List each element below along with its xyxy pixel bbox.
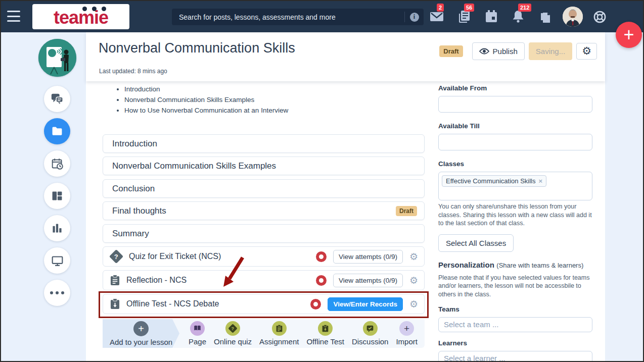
- offline-test-icon: [318, 321, 333, 336]
- draft-status-badge: Draft: [439, 45, 463, 57]
- page-title: Nonverbal Communication Skills: [99, 40, 295, 56]
- saving-indicator: Saving...: [529, 42, 572, 60]
- user-avatar[interactable]: [563, 7, 583, 27]
- plus-icon: +: [133, 321, 149, 336]
- messages-icon[interactable]: 2: [430, 10, 444, 24]
- section-card-conclusion[interactable]: Conclusion: [103, 179, 425, 198]
- toolbar-item-online-quiz[interactable]: ? Online quiz: [214, 321, 252, 346]
- view-attempts-button[interactable]: View attempts (0/9): [333, 250, 403, 264]
- teams-label: Teams: [438, 305, 592, 313]
- section-draft-badge: Draft: [396, 206, 417, 216]
- discussion-icon: [363, 321, 378, 336]
- view-attempts-button[interactable]: View attempts (0/9): [333, 274, 403, 287]
- available-from-input[interactable]: [438, 96, 592, 113]
- toolbar-item-discussion[interactable]: Discussion: [352, 321, 389, 346]
- toc-item[interactable]: Nonverbal Communication Skills Examples: [124, 96, 288, 104]
- add-to-lesson-toolbar: + Add to your lesson Page ? Online quiz: [103, 319, 425, 348]
- gear-icon[interactable]: ⚙: [409, 299, 418, 309]
- online-quiz-icon: ?: [225, 321, 240, 336]
- section-card-final-thoughts[interactable]: Final thoughts Draft: [103, 201, 425, 220]
- import-plus-icon: +: [399, 321, 414, 336]
- classes-label: Classes: [438, 160, 592, 168]
- assignment-icon: [272, 321, 287, 336]
- toc-item[interactable]: Introduction: [124, 85, 288, 93]
- section-card-introduction[interactable]: Introduction: [103, 134, 425, 153]
- toolbar-item-import[interactable]: + Import: [396, 321, 418, 346]
- assignment-icon: [110, 275, 120, 286]
- sidebar-item-gradebook[interactable]: [44, 215, 70, 241]
- app-window: teamie i 2 56 212: [0, 0, 644, 362]
- sidebar-item-screen[interactable]: [44, 247, 70, 274]
- sidebar-item-materials[interactable]: [44, 118, 70, 144]
- last-updated-text: Last updated: 8 mins ago: [99, 68, 167, 75]
- main-content: Introduction Nonverbal Communication Ski…: [86, 32, 605, 362]
- sidebar-item-dashboard[interactable]: [44, 183, 70, 209]
- lesson-header: Nonverbal Communication Skills Last upda…: [86, 32, 605, 81]
- select-all-classes-button[interactable]: Select All Classes: [438, 234, 514, 252]
- page-background-strip: [605, 32, 644, 362]
- personalization-note: Please note that if you have selected va…: [438, 274, 592, 299]
- global-search: i: [172, 9, 424, 25]
- search-input[interactable]: [172, 13, 404, 21]
- status-ring-icon: [316, 251, 327, 262]
- ellipsis-icon: [50, 291, 64, 294]
- gear-icon[interactable]: ⚙: [409, 252, 418, 262]
- messages-badge: 2: [437, 4, 444, 12]
- classes-note: You can only share/unshare this lesson f…: [438, 202, 592, 228]
- posts-icon[interactable]: 56: [457, 10, 471, 24]
- activity-row-reflection[interactable]: Reflection - NCS View attempts (0/9) ⚙: [103, 270, 425, 290]
- class-tag: Effective Communication Skills ×: [442, 175, 546, 187]
- notifications-bell-icon[interactable]: 212: [511, 10, 525, 24]
- available-till-label: Available Till: [438, 122, 592, 130]
- add-to-lesson-button[interactable]: + Add to your lesson: [103, 319, 179, 348]
- logo-dots: [82, 7, 106, 11]
- add-fab-button[interactable]: +: [616, 22, 642, 48]
- hamburger-menu-icon[interactable]: [7, 11, 20, 22]
- toc-item[interactable]: How to Use Nonverbal Communication at an…: [124, 107, 288, 114]
- notifications-badge: 212: [518, 4, 531, 12]
- help-lifering-icon[interactable]: [593, 10, 607, 24]
- toolbar-item-assignment[interactable]: Assignment: [259, 321, 299, 346]
- section-card-summary[interactable]: Summary: [103, 224, 425, 243]
- page-icon: [190, 321, 205, 336]
- activity-row-offline-test[interactable]: Offline Test - NCS Debate View/Enter Rec…: [103, 294, 425, 314]
- offline-test-icon: [110, 298, 120, 309]
- quiz-icon: ?: [109, 249, 123, 264]
- section-card-examples[interactable]: Nonverbal Communication Skills Examples: [103, 157, 425, 175]
- lesson-settings-panel: Available From Available Till Classes Ef…: [438, 84, 592, 362]
- search-info-icon[interactable]: i: [404, 12, 424, 22]
- lesson-toc-list: Introduction Nonverbal Communication Ski…: [116, 85, 288, 117]
- activity-row-quiz[interactable]: ? Quiz for Exit Ticket (NCS) View attemp…: [103, 246, 425, 267]
- left-sidebar: [1, 32, 86, 362]
- remove-class-tag-icon[interactable]: ×: [539, 177, 543, 185]
- sidebar-item-discussions[interactable]: [44, 86, 70, 112]
- learners-select-input[interactable]: [438, 351, 592, 362]
- teamie-logo[interactable]: teamie: [32, 4, 129, 29]
- top-navbar: teamie i 2 56 212: [1, 1, 643, 32]
- toolbar-item-offline-test[interactable]: Offline Test: [306, 321, 344, 346]
- sidebar-item-more[interactable]: [44, 280, 70, 306]
- view-enter-records-button[interactable]: View/Enter Records: [328, 297, 403, 311]
- teams-select-input[interactable]: [438, 317, 592, 332]
- calendar-icon[interactable]: [484, 10, 498, 24]
- class-avatar[interactable]: [38, 39, 76, 77]
- pages-copy-icon[interactable]: [538, 10, 553, 24]
- sidebar-item-calendar[interactable]: [44, 150, 70, 177]
- status-ring-icon: [310, 299, 321, 309]
- publish-button[interactable]: Publish: [472, 42, 525, 60]
- toolbar-item-page[interactable]: Page: [189, 321, 206, 346]
- available-till-input[interactable]: [438, 134, 592, 150]
- lesson-settings-gear-button[interactable]: ⚙: [576, 43, 597, 60]
- status-ring-icon: [316, 275, 327, 286]
- eye-icon: [479, 48, 489, 55]
- classes-select-box[interactable]: Effective Communication Skills ×: [438, 172, 592, 200]
- available-from-label: Available From: [438, 84, 592, 92]
- learners-label: Learners: [438, 339, 592, 347]
- posts-badge: 56: [464, 4, 474, 12]
- personalization-heading: Personalization (Share with teams & lear…: [438, 261, 592, 270]
- gear-icon[interactable]: ⚙: [409, 276, 418, 285]
